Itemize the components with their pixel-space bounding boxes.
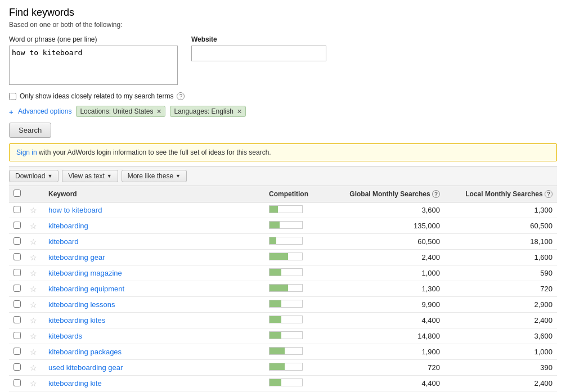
row-checkbox[interactable]: [14, 269, 21, 276]
local-monthly-value: 2,400: [444, 376, 557, 391]
checkbox-label: Only show ideas closely related to my se…: [20, 92, 173, 100]
competition-bar-container: [269, 347, 303, 355]
global-monthly-value: 135,000: [332, 218, 444, 234]
global-monthly-value: 2,400: [332, 250, 444, 265]
row-checkbox[interactable]: [14, 253, 21, 260]
local-monthly-value: 2,400: [444, 313, 557, 328]
local-monthly-value: 1,300: [444, 202, 557, 218]
star-icon[interactable]: ☆: [30, 285, 37, 294]
star-icon[interactable]: ☆: [30, 316, 37, 325]
local-monthly-value: 1,000: [444, 344, 557, 360]
col-header-competition: Competition: [264, 186, 332, 202]
page-subtitle: Based on one or both of the following:: [9, 21, 557, 29]
competition-bar-container: [269, 316, 303, 323]
location-tag-remove[interactable]: ✕: [156, 108, 161, 115]
website-label: Website: [191, 35, 326, 43]
competition-bar: [269, 285, 288, 291]
competition-bar-container: [269, 205, 303, 213]
more-like-these-button[interactable]: More like these ▼: [122, 170, 187, 182]
competition-bar: [269, 269, 281, 276]
signin-link[interactable]: Sign in: [16, 148, 37, 156]
keyword-link[interactable]: kiteboarding kite: [48, 379, 102, 388]
star-icon[interactable]: ☆: [30, 348, 37, 357]
global-monthly-value: 1,300: [332, 281, 444, 297]
keyword-link[interactable]: kiteboarding gear: [48, 253, 105, 262]
star-icon[interactable]: ☆: [30, 379, 37, 388]
row-checkbox[interactable]: [14, 316, 21, 323]
star-icon[interactable]: ☆: [30, 332, 37, 341]
row-checkbox[interactable]: [14, 206, 21, 213]
col-header-local: Local Monthly Searches ?: [444, 186, 557, 202]
keyword-link[interactable]: kiteboards: [48, 332, 82, 340]
row-checkbox[interactable]: [14, 237, 21, 245]
row-checkbox[interactable]: [14, 222, 21, 229]
download-button[interactable]: Download ▼: [9, 170, 59, 182]
word-label: Word or phrase (one per line): [9, 35, 178, 43]
competition-bar-container: [269, 237, 303, 245]
keyword-link[interactable]: kiteboarding equipment: [48, 285, 124, 293]
toolbar: Download ▼ View as text ▼ More like thes…: [9, 166, 557, 186]
star-icon[interactable]: ☆: [30, 300, 37, 309]
table-row: ☆ kiteboards 14,800 3,600: [9, 328, 557, 344]
star-icon[interactable]: ☆: [30, 363, 37, 372]
keyword-link[interactable]: how to kiteboard: [48, 206, 102, 214]
keywords-table-container: Keyword Competition Global Monthly Searc…: [9, 186, 557, 392]
star-icon[interactable]: ☆: [30, 222, 37, 231]
more-like-these-arrow-icon: ▼: [176, 173, 181, 179]
keyword-link[interactable]: kiteboard: [48, 237, 78, 246]
global-monthly-value: 1,000: [332, 265, 444, 281]
global-monthly-value: 3,600: [332, 202, 444, 218]
global-monthly-value: 720: [332, 360, 444, 376]
star-icon[interactable]: ☆: [30, 253, 37, 262]
local-monthly-value: 590: [444, 265, 557, 281]
row-checkbox[interactable]: [14, 332, 21, 339]
competition-bar-container: [269, 363, 303, 371]
global-monthly-value: 1,900: [332, 344, 444, 360]
table-row: ☆ kiteboarding packages 1,900 1,000: [9, 344, 557, 360]
global-monthly-value: 14,800: [332, 328, 444, 344]
table-row: ☆ kiteboarding lessons 9,900 2,900: [9, 297, 557, 313]
row-checkbox[interactable]: [14, 379, 21, 386]
local-monthly-value: 60,500: [444, 218, 557, 234]
table-row: ☆ kiteboarding 135,000 60,500: [9, 218, 557, 234]
website-input[interactable]: [191, 46, 326, 61]
row-checkbox[interactable]: [14, 363, 21, 371]
competition-bar: [269, 379, 281, 386]
local-monthly-value: 720: [444, 281, 557, 297]
competition-bar: [269, 316, 281, 323]
keyword-link[interactable]: used kiteboarding gear: [48, 363, 123, 372]
row-checkbox[interactable]: [14, 300, 21, 308]
competition-bar-container: [269, 300, 303, 308]
local-monthly-value: 18,100: [444, 234, 557, 250]
related-ideas-checkbox[interactable]: [9, 93, 16, 100]
language-tag-remove[interactable]: ✕: [237, 108, 242, 115]
select-all-checkbox[interactable]: [14, 190, 21, 197]
keyword-link[interactable]: kiteboarding lessons: [48, 300, 115, 309]
location-tag: Locations: United States ✕: [76, 106, 165, 117]
language-tag: Languages: English ✕: [170, 106, 245, 117]
table-row: ☆ kiteboarding gear 2,400 1,600: [9, 250, 557, 265]
local-help-icon: ?: [545, 190, 552, 198]
row-checkbox[interactable]: [14, 285, 21, 292]
keyword-link[interactable]: kiteboarding packages: [48, 348, 122, 356]
keyword-link[interactable]: kiteboarding: [48, 222, 88, 230]
table-row: ☆ kiteboarding magazine 1,000 590: [9, 265, 557, 281]
competition-bar-container: [269, 331, 303, 339]
keyword-link[interactable]: kiteboarding kites: [48, 316, 105, 325]
page-title: Find keywords: [9, 7, 557, 19]
global-monthly-value: 9,900: [332, 297, 444, 313]
star-icon[interactable]: ☆: [30, 269, 37, 278]
row-checkbox[interactable]: [14, 348, 21, 355]
table-row: ☆ kiteboarding kite 4,400 2,400: [9, 376, 557, 391]
keyword-link[interactable]: kiteboarding magazine: [48, 269, 122, 277]
star-icon[interactable]: ☆: [30, 237, 37, 246]
local-monthly-value: 1,600: [444, 250, 557, 265]
star-icon[interactable]: ☆: [30, 206, 37, 215]
view-as-text-button[interactable]: View as text ▼: [62, 170, 118, 182]
search-button[interactable]: Search: [9, 123, 51, 138]
word-input[interactable]: how to kiteboard: [9, 46, 178, 85]
table-row: ☆ kiteboard 60,500 18,100: [9, 234, 557, 250]
advanced-options-link[interactable]: + Advanced options: [9, 107, 71, 115]
col-header-global: Global Monthly Searches ?: [332, 186, 444, 202]
global-monthly-value: 4,400: [332, 376, 444, 391]
